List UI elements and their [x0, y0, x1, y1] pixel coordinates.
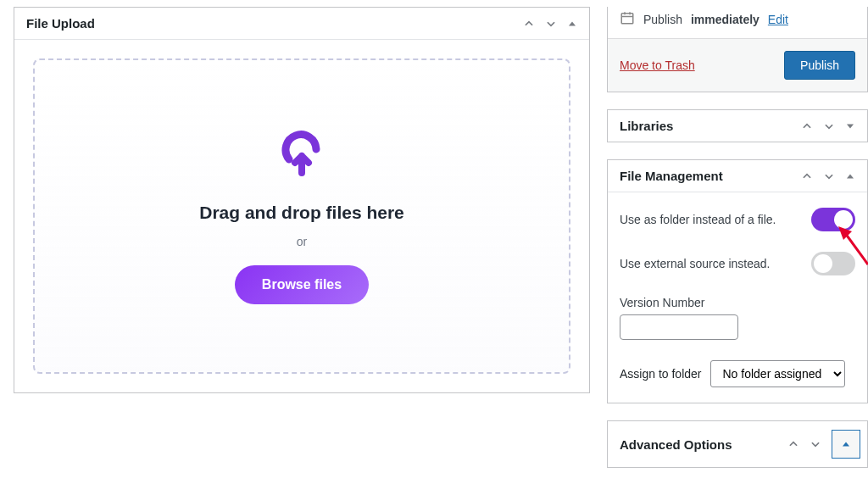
advanced-options-metabox: Advanced Options [607, 420, 868, 468]
folder-toggle-label: Use as folder instead of a file. [620, 213, 776, 226]
libraries-title: Libraries [620, 119, 673, 133]
file-management-body: Use as folder instead of a file. Use ext… [608, 192, 867, 403]
libraries-metabox: Libraries [607, 109, 868, 142]
publish-when: immediately [691, 13, 760, 26]
external-toggle[interactable] [811, 252, 855, 275]
move-up-icon[interactable] [801, 120, 813, 132]
file-upload-metabox: File Upload Drag and drop files here or … [14, 7, 590, 393]
move-to-trash-link[interactable]: Move to Trash [620, 58, 695, 72]
assign-folder-select[interactable]: No folder assigned [710, 360, 845, 387]
move-down-icon[interactable] [823, 120, 835, 132]
file-management-header[interactable]: File Management [608, 160, 867, 192]
dropzone-or: or [297, 235, 307, 248]
file-management-title: File Management [620, 169, 723, 183]
browse-files-button[interactable]: Browse files [235, 265, 369, 304]
advanced-options-title: Advanced Options [620, 437, 732, 452]
upload-cloud-icon [272, 129, 331, 182]
version-number-label: Version Number [620, 296, 855, 309]
publish-schedule-row: Publish immediately Edit [608, 7, 867, 38]
svg-marker-6 [847, 174, 854, 178]
expand-icon[interactable] [845, 121, 855, 131]
advanced-options-header[interactable]: Advanced Options [608, 421, 867, 467]
external-toggle-row: Use external source instead. [620, 252, 855, 275]
file-upload-header[interactable]: File Upload [14, 8, 589, 40]
collapse-icon[interactable] [832, 430, 860, 459]
file-upload-handles [523, 18, 577, 30]
svg-marker-9 [843, 442, 849, 447]
file-management-metabox: File Management Use as folder instead of… [607, 159, 868, 403]
file-management-handles [801, 170, 855, 182]
advanced-options-handles [787, 430, 860, 459]
publish-metabox: Publish immediately Edit Move to Trash P… [607, 7, 868, 92]
folder-toggle-row: Use as folder instead of a file. [620, 208, 855, 231]
move-down-icon[interactable] [823, 170, 835, 182]
svg-marker-5 [847, 124, 854, 128]
publish-prefix: Publish [643, 13, 682, 26]
libraries-header[interactable]: Libraries [608, 110, 867, 142]
version-number-field: Version Number [620, 296, 855, 340]
collapse-icon[interactable] [567, 19, 577, 29]
svg-rect-1 [621, 14, 633, 24]
assign-folder-label: Assign to folder [620, 367, 702, 381]
folder-toggle[interactable] [811, 208, 855, 231]
file-upload-body: Drag and drop files here or Browse files [14, 40, 589, 392]
assign-folder-row: Assign to folder No folder assigned [620, 360, 855, 387]
move-up-icon[interactable] [523, 18, 535, 30]
file-upload-title: File Upload [26, 16, 95, 31]
move-up-icon[interactable] [787, 438, 799, 450]
upload-dropzone[interactable]: Drag and drop files here or Browse files [33, 58, 570, 374]
publish-actions: Move to Trash Publish [608, 38, 867, 92]
move-up-icon[interactable] [801, 170, 813, 182]
libraries-handles [801, 120, 855, 132]
edit-schedule-link[interactable]: Edit [768, 13, 788, 26]
version-number-input[interactable] [620, 314, 738, 340]
move-down-icon[interactable] [810, 438, 821, 450]
external-toggle-label: Use external source instead. [620, 257, 770, 270]
dropzone-heading: Drag and drop files here [199, 203, 404, 223]
collapse-icon[interactable] [845, 171, 855, 181]
move-down-icon[interactable] [545, 18, 557, 30]
svg-marker-0 [569, 21, 576, 25]
calendar-icon [620, 10, 635, 28]
publish-button[interactable]: Publish [784, 51, 855, 80]
